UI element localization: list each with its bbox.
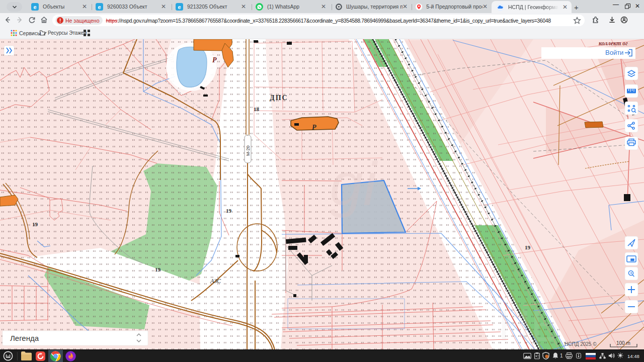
- svg-text:коллект ог: коллект ог: [599, 40, 628, 47]
- svg-text:ДПС: ДПС: [270, 94, 288, 102]
- svg-text:e: e: [98, 4, 101, 10]
- svg-text:e: e: [178, 4, 181, 10]
- svg-text:19: 19: [525, 244, 531, 250]
- svg-text:19: 19: [155, 266, 161, 273]
- svg-text:НСПД 2025 ©: НСПД 2025 ©: [565, 341, 597, 347]
- svg-text:М-20: М-20: [246, 145, 251, 156]
- svg-text:НБ: НБ: [498, 300, 560, 349]
- svg-text:Легенда: Легенда: [10, 334, 39, 342]
- svg-text:19: 19: [32, 221, 38, 227]
- svg-text:Р: Р: [212, 56, 217, 64]
- svg-text:АЗС: АЗС: [210, 278, 221, 285]
- svg-text:100 m: 100 m: [616, 340, 630, 346]
- svg-text:Р: Р: [312, 124, 316, 131]
- svg-text:gi: gi: [330, 150, 378, 218]
- svg-text:18: 18: [254, 106, 260, 112]
- svg-text:19: 19: [226, 208, 232, 214]
- svg-text:e: e: [33, 4, 36, 10]
- svg-text:Войти: Войти: [605, 49, 623, 56]
